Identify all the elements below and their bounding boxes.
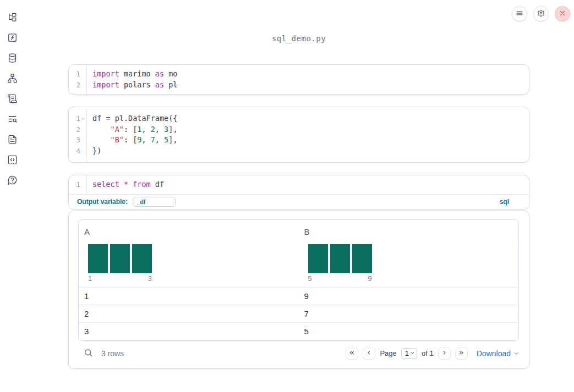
download-button[interactable]: Download bbox=[477, 349, 519, 358]
table-cell: 2 bbox=[79, 309, 299, 318]
snippets-icon bbox=[7, 154, 18, 167]
chevron-right-icon bbox=[441, 349, 447, 357]
search-icon bbox=[84, 348, 93, 359]
first-page-button[interactable] bbox=[346, 347, 358, 360]
sidebar bbox=[0, 0, 24, 392]
page-select[interactable]: 1 bbox=[401, 348, 417, 359]
search-button[interactable] bbox=[84, 348, 93, 359]
table-cell: 1 bbox=[79, 291, 299, 301]
line-number: 1 bbox=[69, 179, 86, 190]
page-select-value: 1 bbox=[405, 349, 409, 357]
histogram-bar bbox=[88, 244, 108, 273]
output-variable-label: Output variable: bbox=[77, 198, 128, 206]
sidebar-item-file-explorer[interactable] bbox=[6, 13, 18, 24]
data-sources-icon bbox=[7, 53, 18, 65]
code-cell-dataframe: 1234 df = pl.DataFrame({ "A": [1, 2, 3],… bbox=[68, 107, 529, 163]
table-cell: 3 bbox=[79, 327, 299, 336]
output-variable-value: _df bbox=[136, 198, 146, 205]
table-cell: 7 bbox=[299, 309, 519, 318]
shutdown-button[interactable] bbox=[555, 6, 570, 21]
language-tag[interactable]: sql bbox=[500, 198, 509, 206]
line-number-gutter: 1 bbox=[69, 175, 87, 194]
fold-spacer bbox=[80, 127, 85, 132]
sidebar-item-snippets[interactable] bbox=[6, 155, 18, 166]
next-page-button[interactable] bbox=[438, 347, 451, 360]
table-body: 192735 bbox=[79, 288, 518, 340]
documentation-icon bbox=[7, 134, 18, 146]
line-number: 1 bbox=[69, 69, 86, 80]
fold-chevron-icon[interactable] bbox=[80, 116, 85, 121]
logs-search-icon bbox=[7, 114, 18, 126]
histogram-bar bbox=[308, 244, 328, 273]
line-number-gutter: 1234 bbox=[69, 107, 87, 162]
code-line: import marimo as mo bbox=[92, 69, 177, 80]
last-page-button[interactable] bbox=[455, 347, 468, 360]
sidebar-item-documentation[interactable] bbox=[6, 135, 18, 146]
histogram-bar bbox=[330, 244, 350, 273]
variables-icon bbox=[7, 32, 18, 45]
code-line: "B": [9, 7, 5], bbox=[92, 135, 178, 146]
gear-icon bbox=[537, 9, 545, 19]
code-editor[interactable]: 1 select * from df bbox=[69, 175, 529, 194]
close-icon bbox=[559, 9, 566, 19]
column-header-a[interactable]: A13 bbox=[79, 220, 299, 287]
code-lines: import marimo as moimport polars as pl bbox=[87, 65, 177, 94]
sidebar-item-data-sources[interactable] bbox=[6, 53, 18, 64]
code-line: df = pl.DataFrame({ bbox=[92, 113, 178, 124]
code-line: import polars as pl bbox=[92, 80, 177, 91]
settings-button[interactable] bbox=[533, 6, 549, 21]
page-of-label: of 1 bbox=[422, 349, 434, 357]
line-number: 2 bbox=[69, 124, 86, 135]
line-number-gutter: 12 bbox=[69, 65, 87, 94]
table-cell: 9 bbox=[299, 291, 519, 301]
sidebar-item-scratchpad[interactable] bbox=[6, 94, 18, 105]
code-editor[interactable]: 1234 df = pl.DataFrame({ "A": [1, 2, 3],… bbox=[69, 107, 529, 162]
code-lines: select * from df bbox=[87, 175, 164, 194]
chevrons-left-icon bbox=[349, 349, 355, 357]
histogram-bar bbox=[132, 244, 152, 273]
code-line: "A": [1, 2, 3], bbox=[92, 124, 178, 135]
column-histogram: 13 bbox=[88, 244, 152, 283]
line-number: 2 bbox=[69, 80, 86, 91]
histogram-max-label: 3 bbox=[148, 275, 152, 283]
code-line: select * from df bbox=[92, 179, 164, 190]
code-line: }) bbox=[92, 146, 178, 157]
sidebar-item-help[interactable] bbox=[6, 175, 18, 186]
data-table: A13B59 192735 bbox=[78, 219, 519, 341]
histogram-min-label: 5 bbox=[308, 275, 312, 283]
column-name: A bbox=[84, 227, 293, 236]
code-lines: df = pl.DataFrame({ "A": [1, 2, 3], "B":… bbox=[87, 107, 178, 162]
chevron-left-icon bbox=[366, 349, 372, 357]
scratchpad-icon bbox=[7, 93, 18, 106]
output-variable-input[interactable]: _df bbox=[133, 197, 176, 207]
chevrons-right-icon bbox=[458, 349, 464, 357]
pagination: Page 1 of 1 bbox=[346, 347, 467, 360]
table-output: A13B59 192735 3 rows Page 1 of 1 bbox=[68, 211, 529, 369]
help-icon bbox=[7, 175, 18, 187]
download-label: Download bbox=[477, 349, 511, 358]
prev-page-button[interactable] bbox=[363, 347, 375, 360]
code-cell-imports: 12 import marimo as moimport polars as p… bbox=[68, 64, 529, 95]
sidebar-item-variables[interactable] bbox=[6, 33, 18, 44]
table-row: 27 bbox=[79, 305, 518, 323]
code-editor[interactable]: 12 import marimo as moimport polars as p… bbox=[69, 65, 529, 94]
column-header-b[interactable]: B59 bbox=[299, 220, 519, 287]
sidebar-item-dependency-graph[interactable] bbox=[6, 74, 18, 85]
line-number: 1 bbox=[69, 113, 86, 124]
fold-spacer bbox=[80, 148, 85, 153]
histogram-max-label: 9 bbox=[368, 275, 372, 283]
histogram-bar bbox=[352, 244, 372, 273]
chevron-down-icon bbox=[410, 349, 415, 357]
fold-spacer bbox=[80, 82, 85, 87]
fold-spacer bbox=[80, 71, 85, 76]
table-row: 19 bbox=[79, 288, 518, 305]
sidebar-item-logs-search[interactable] bbox=[6, 114, 18, 125]
sql-cell-footer: Output variable: _df sql bbox=[69, 194, 529, 209]
table-cell: 5 bbox=[299, 327, 519, 336]
table-footer: 3 rows Page 1 of 1 bbox=[84, 342, 519, 365]
table-header-row: A13B59 bbox=[79, 220, 518, 288]
notebook: sql_demo.py 12 import marimo as moimport… bbox=[68, 0, 529, 369]
notebook-filename[interactable]: sql_demo.py bbox=[68, 0, 529, 43]
file-explorer-icon bbox=[7, 12, 18, 24]
row-count: 3 rows bbox=[101, 349, 124, 358]
